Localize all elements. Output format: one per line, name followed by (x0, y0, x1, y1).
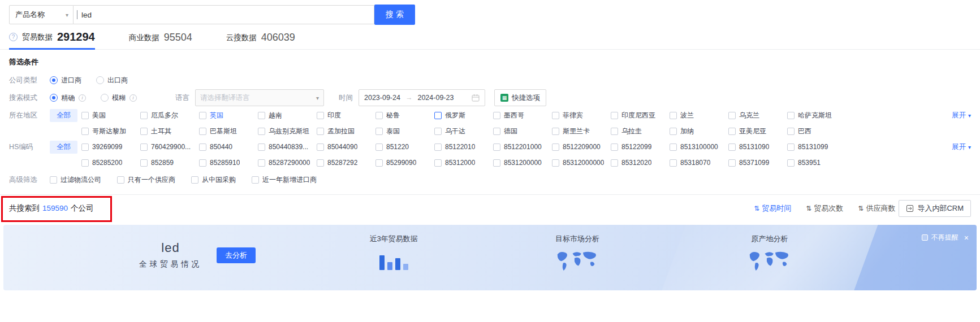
radio-icon (96, 76, 104, 84)
checkbox-label: 85287292 (327, 159, 357, 167)
region-expand-link[interactable]: 展开 ▾ (952, 111, 971, 120)
region-checkbox-item[interactable]: 秘鲁 (375, 111, 434, 120)
region-checkbox-item[interactable]: 英国 (199, 111, 258, 120)
date-range-picker[interactable]: 2023-09-24 → 2024-09-23 (359, 89, 485, 106)
hscode-checkbox-item[interactable]: 853951 (787, 159, 846, 167)
region-checkbox-item[interactable]: 德国 (493, 127, 552, 136)
advanced-checkbox-item[interactable]: 只有一个供应商 (117, 175, 175, 185)
hscode-checkbox-item[interactable]: 85287292 (317, 159, 375, 167)
region-checkbox-item[interactable]: 墨西哥 (493, 111, 552, 120)
checkbox-label: 85131099 (798, 143, 828, 151)
search-button[interactable]: 搜 索 (374, 5, 415, 25)
advanced-checkbox-item[interactable]: 从中国采购 (191, 175, 236, 185)
hscode-checkbox-item[interactable]: 85131099 (787, 143, 846, 151)
checkbox-label: 英国 (210, 111, 223, 120)
region-checkbox-item[interactable]: 哈萨克斯坦 (787, 111, 846, 120)
hscode-checkbox-item[interactable]: 8512201000 (493, 143, 552, 151)
search-category-select[interactable]: 产品名称 ▾ (9, 5, 74, 24)
tab-trade-data[interactable]: ? 贸易数据 291294 (9, 31, 95, 49)
analyze-button[interactable]: 去分析 (217, 247, 256, 263)
region-checkbox-item[interactable]: 厄瓜多尔 (140, 111, 199, 120)
region-checkbox-item[interactable]: 哥斯达黎加 (81, 127, 140, 136)
search-mode-radio[interactable]: 精确 i (50, 93, 86, 103)
checkbox-label: 孟加拉国 (327, 127, 355, 136)
tab-business-data[interactable]: 商业数据 95504 (129, 32, 192, 49)
hscode-checkbox-item[interactable]: 85312000000 (552, 159, 611, 167)
banner-card-origin-analysis[interactable]: 原产地分析 (730, 234, 809, 276)
region-checkbox-item[interactable]: 印度尼西亚 (611, 111, 670, 120)
hscode-checkbox-item[interactable]: 85122010 (434, 143, 493, 151)
banner-card-target-market[interactable]: 目标市场分析 (538, 234, 617, 276)
checkbox-label: 852859 (151, 159, 174, 167)
search-mode-options: 精确 i 模糊 i (50, 93, 152, 103)
company-type-radio[interactable]: 进口商 (50, 76, 81, 85)
hscode-checkbox-item[interactable]: 850440 (199, 143, 258, 151)
region-checkbox-item[interactable]: 美国 (81, 111, 140, 120)
quick-options-button[interactable]: ▦ 快捷选项 (494, 89, 546, 106)
hscode-expand-link[interactable]: 展开 ▾ (952, 142, 971, 152)
region-checkbox-item[interactable]: 土耳其 (140, 127, 199, 136)
hscode-checkbox-item[interactable]: 851220 (375, 143, 434, 151)
hscode-checkbox-item[interactable]: 85299090 (375, 159, 434, 167)
region-checkbox-item[interactable]: 印度 (317, 111, 375, 120)
region-all-tag[interactable]: 全部 (50, 109, 77, 122)
sort-option[interactable]: ⇅ 贸易时间 (754, 203, 791, 214)
tab-cloud-search-data[interactable]: 云搜数据 406039 (226, 32, 295, 49)
hscode-checkbox-item[interactable]: 85285910 (199, 159, 258, 167)
hscode-checkbox-item[interactable]: 85318070 (670, 159, 728, 167)
hscode-checkbox-item[interactable]: 85312000 (434, 159, 493, 167)
checkbox-icon (117, 176, 124, 184)
hscode-checkbox-item[interactable]: 8513100000 (670, 143, 728, 151)
region-checkbox-item[interactable]: 亚美尼亚 (728, 127, 787, 136)
hscode-checkbox-item[interactable]: 850440839... (258, 143, 317, 151)
hscode-checkbox-item[interactable]: 852859 (140, 159, 199, 167)
search-input[interactable]: led (74, 5, 374, 24)
checkbox-label: 越南 (269, 111, 282, 120)
region-checkbox-item[interactable]: 乌干达 (434, 127, 493, 136)
checkbox-icon (670, 112, 677, 119)
language-select[interactable]: 请选择翻译语言 ▾ (195, 89, 324, 106)
region-checkbox-item[interactable]: 俄罗斯 (434, 111, 493, 120)
banner-card-trade-data[interactable]: 近3年贸易数据 (354, 234, 433, 270)
hscode-checkbox-item[interactable]: 85285200 (81, 159, 140, 167)
region-checkbox-item[interactable]: 越南 (258, 111, 317, 120)
dismiss-banner-control[interactable]: 不再提醒 × (922, 233, 969, 242)
hscode-checkbox-item[interactable]: 39269099 (81, 143, 140, 151)
checkbox-icon (375, 128, 383, 135)
hscode-all-tag[interactable]: 全部 (50, 141, 77, 154)
hscode-checkbox-item[interactable]: 8531200000 (493, 159, 552, 167)
close-icon[interactable]: × (964, 233, 969, 242)
checkbox-icon (375, 112, 383, 119)
hscode-checkbox-item[interactable]: 85122099 (611, 143, 670, 151)
region-checkbox-item[interactable]: 菲律宾 (552, 111, 611, 120)
region-checkbox-item[interactable]: 乌兹别克斯坦 (258, 127, 317, 136)
region-checkbox-item[interactable]: 巴西 (787, 127, 846, 136)
region-checkbox-item[interactable]: 巴基斯坦 (199, 127, 258, 136)
search-mode-radio[interactable]: 模糊 i (101, 93, 137, 103)
region-checkbox-item[interactable]: 斯里兰卡 (552, 127, 611, 136)
excel-grid-icon: ▦ (500, 94, 508, 102)
info-icon: i (129, 94, 137, 102)
company-type-radio[interactable]: 出口商 (96, 76, 128, 85)
hscode-checkbox-item[interactable]: 85371099 (728, 159, 787, 167)
checkbox-icon (50, 176, 57, 184)
crm-import-button[interactable]: 导入内部CRM (899, 200, 971, 217)
region-checkbox-item[interactable]: 乌拉圭 (611, 127, 670, 136)
checkbox-icon (670, 128, 677, 135)
hscode-checkbox-item[interactable]: 760429900... (140, 143, 199, 151)
hscode-checkbox-item[interactable]: 85044090 (317, 143, 375, 151)
region-checkbox-item[interactable]: 孟加拉国 (317, 127, 375, 136)
region-checkbox-item[interactable]: 乌克兰 (728, 111, 787, 120)
advanced-checkbox-item[interactable]: 近一年新增进口商 (252, 175, 317, 185)
sort-option[interactable]: ⇅ 贸易次数 (806, 203, 843, 214)
advanced-checkbox-item[interactable]: 过滤物流公司 (50, 175, 101, 185)
checkbox-label: 85299090 (386, 159, 416, 167)
region-checkbox-item[interactable]: 泰国 (375, 127, 434, 136)
hscode-checkbox-item[interactable]: 85312020 (611, 159, 670, 167)
region-checkbox-item[interactable]: 加纳 (670, 127, 728, 136)
sort-option[interactable]: ⇅ 供应商数 (858, 203, 895, 214)
hscode-checkbox-item[interactable]: 8512209000 (552, 143, 611, 151)
hscode-checkbox-item[interactable]: 85131090 (728, 143, 787, 151)
region-checkbox-item[interactable]: 波兰 (670, 111, 728, 120)
hscode-checkbox-item[interactable]: 85287290000 (258, 159, 317, 167)
